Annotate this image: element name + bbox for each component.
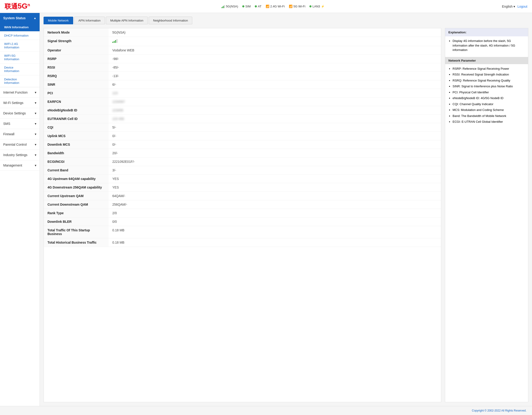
explanation-body: Display 4G information before the slash,… bbox=[445, 36, 528, 57]
network-param-header: Network Parameter bbox=[445, 57, 528, 64]
wifi-settings-label: Wi-Fi Settings bbox=[3, 101, 23, 105]
sidebar-item-detection-info[interactable]: DetectionInformation bbox=[0, 75, 40, 87]
status-sim: SIM bbox=[242, 5, 251, 8]
status-5gnsa: 5G(NSA) bbox=[221, 5, 238, 8]
chevron-right-icon-management: ▾ bbox=[35, 163, 36, 167]
table-row: eNodeB/gNodeB ID 123456 bbox=[44, 106, 441, 115]
row-label-eutran: EUTRAN/NR Cell ID bbox=[44, 115, 109, 123]
param-ecgi: ECGI: E-UTRAN Cell Global Identifier bbox=[453, 120, 525, 124]
sidebar-item-wifi-24g[interactable]: WIFI-2.4GInformation bbox=[0, 40, 40, 52]
tab-mobile-network[interactable]: Mobile Network bbox=[44, 17, 73, 24]
param-cqi: CQI: Channel Quality Indicator bbox=[453, 102, 525, 106]
sidebar-item-dhcp-info[interactable]: DHCP Information bbox=[0, 31, 40, 40]
table-row: Network Mode 5G(NSA) bbox=[44, 28, 441, 37]
row-value-rssi: -85/- bbox=[109, 63, 441, 72]
logout-button[interactable]: Logout bbox=[517, 5, 527, 8]
sidebar-header-system-status[interactable]: System Status ▲ bbox=[0, 13, 40, 23]
row-value-sinr: 6/- bbox=[109, 80, 441, 89]
chevron-right-icon-industry: ▾ bbox=[35, 153, 36, 157]
table-row: RSRQ -13/- bbox=[44, 72, 441, 80]
status-wifi-24: 📶 2.4G Wi-Fi bbox=[266, 5, 285, 8]
sidebar-item-wifi-5g[interactable]: WIFI-5GInformation bbox=[0, 52, 40, 64]
network-param-body: RSRP: Reference Signal Receiving Power R… bbox=[445, 64, 528, 128]
table-row: EUTRAN/NR Cell ID 123 456 bbox=[44, 115, 441, 123]
sidebar-item-industry-settings[interactable]: Industry Settings ▾ bbox=[0, 150, 40, 160]
param-enodeb: eNodeB/gNodeB ID: 4G/5G NodeB ID bbox=[453, 96, 525, 101]
param-band: Band: The Bandwidth of Mobile Network bbox=[453, 114, 525, 118]
sidebar-item-sms[interactable]: SMS ▾ bbox=[0, 119, 40, 129]
row-label-earfcn: EARFCN bbox=[44, 97, 109, 106]
table-row: Current Downstream QAM 256QAM/- bbox=[44, 200, 441, 209]
sidebar-item-device-settings[interactable]: Device Settings ▾ bbox=[0, 108, 40, 119]
tab-multiple-apn[interactable]: Multiple APN Information bbox=[106, 17, 148, 24]
table-row: Downlink MCS 0/- bbox=[44, 140, 441, 149]
main-layout: System Status ▲ WAN Information DHCP Inf… bbox=[0, 13, 532, 406]
management-label: Management bbox=[3, 163, 22, 167]
row-label-ecgi: ECGI/NCGI bbox=[44, 158, 109, 166]
tab-neighborhood[interactable]: Neighborhood Information bbox=[149, 17, 192, 24]
sidebar-item-parental-control[interactable]: Parental Control ▾ bbox=[0, 139, 40, 150]
header: 联通5Gn 5G(NSA) SIM AT 📶 2.4G Wi-Fi 📶 5G W… bbox=[0, 0, 532, 13]
row-value-4g-downstream-256qam: YES bbox=[109, 183, 441, 192]
row-label-current-band: Current Band bbox=[44, 166, 109, 175]
sidebar-item-management[interactable]: Management ▾ bbox=[0, 160, 40, 171]
row-value-eutran: 123 456 bbox=[109, 115, 441, 123]
table-row: Signal Strength bbox=[44, 37, 441, 46]
table-row: Rank Type 2/0 bbox=[44, 209, 441, 217]
table-row: Bandwidth 20/- bbox=[44, 149, 441, 158]
chevron-down-icon: ▾ bbox=[513, 5, 515, 8]
param-sinr: SINR: Signal to Interference plus Noise … bbox=[453, 84, 525, 89]
sidebar-item-device-info[interactable]: DeviceInformation bbox=[0, 64, 40, 75]
logo-5g: 5G bbox=[18, 2, 28, 10]
tab-apn-info[interactable]: APN Information bbox=[74, 17, 105, 24]
chevron-right-icon-parental: ▾ bbox=[35, 143, 36, 146]
device-settings-label: Device Settings bbox=[3, 111, 26, 115]
footer: Copyright © 2002-2022 All Rights Reserve… bbox=[0, 406, 532, 415]
language-selector[interactable]: English ▾ bbox=[502, 5, 515, 8]
wifi-5g-icon: 📶 bbox=[289, 5, 293, 8]
sidebar: System Status ▲ WAN Information DHCP Inf… bbox=[0, 13, 40, 406]
table-row: Current Band 3/- bbox=[44, 166, 441, 175]
row-value-rsrp: -98/- bbox=[109, 55, 441, 63]
row-value-total-historical-traffic: 0.18 MB bbox=[109, 238, 441, 247]
row-label-bandwidth: Bandwidth bbox=[44, 149, 109, 158]
table-row: Operator Vodafone WEB bbox=[44, 46, 441, 55]
sidebar-item-wan-info[interactable]: WAN Information bbox=[0, 23, 40, 31]
table-row: Total Historical Business Traffic 0.18 M… bbox=[44, 238, 441, 247]
row-value-downlink-mcs: 0/- bbox=[109, 140, 441, 149]
row-label-network-mode: Network Mode bbox=[44, 28, 109, 37]
row-label-downlink-bler: Downlink BLER bbox=[44, 217, 109, 226]
sidebar-item-wifi-settings[interactable]: Wi-Fi Settings ▾ bbox=[0, 98, 40, 108]
industry-settings-label: Industry Settings bbox=[3, 153, 27, 157]
row-value-ecgi: 2221092E01F/- bbox=[109, 158, 441, 166]
row-label-4g-downstream-256qam: 4G Downstream 256QAM capability bbox=[44, 183, 109, 192]
row-label-rssi: RSSI bbox=[44, 63, 109, 72]
sidebar-item-firewall[interactable]: Firewall ▾ bbox=[0, 129, 40, 139]
sidebar-item-internet-function[interactable]: Internet Function ▾ bbox=[0, 87, 40, 98]
table-row: ECGI/NCGI 2221092E01F/- bbox=[44, 158, 441, 166]
table-row: RSSI -85/- bbox=[44, 63, 441, 72]
row-value-bandwidth: 20/- bbox=[109, 149, 441, 158]
status-wifi-5g: 📶 5G Wi-Fi bbox=[289, 5, 305, 8]
tabs: Mobile Network APN Information Multiple … bbox=[44, 17, 528, 24]
row-value-network-mode: 5G(NSA) bbox=[109, 28, 441, 37]
row-label-4g-upstream-64qam: 4G Upstream 64QAM capability bbox=[44, 175, 109, 183]
lan3-extra-icon: ⚡ bbox=[321, 5, 324, 8]
row-value-current-upstream-qam: 64QAM/- bbox=[109, 192, 441, 200]
row-value-cqi: 5/- bbox=[109, 123, 441, 132]
row-label-enodeb: eNodeB/gNodeB ID bbox=[44, 106, 109, 115]
table-row: 4G Upstream 64QAM capability YES bbox=[44, 175, 441, 183]
row-value-pci: 123 bbox=[109, 89, 441, 97]
table-row: CQI 5/- bbox=[44, 123, 441, 132]
param-mcs: MCS: Modulation and Coding Scheme bbox=[453, 108, 525, 112]
row-label-rsrp: RSRP bbox=[44, 55, 109, 63]
signal-strength-icon bbox=[112, 39, 117, 43]
copyright-text: Copyright © 2002-2022 All Rights Reserve… bbox=[472, 409, 526, 412]
param-rsrp: RSRP: Reference Signal Receiving Power bbox=[453, 66, 525, 71]
row-label-operator: Operator bbox=[44, 46, 109, 55]
explanation-header: Explanation: bbox=[445, 28, 528, 36]
row-value-operator: Vodafone WEB bbox=[109, 46, 441, 55]
table-row: 4G Downstream 256QAM capability YES bbox=[44, 183, 441, 192]
status-at: AT bbox=[255, 5, 261, 8]
row-value-enodeb: 123456 bbox=[109, 106, 441, 115]
